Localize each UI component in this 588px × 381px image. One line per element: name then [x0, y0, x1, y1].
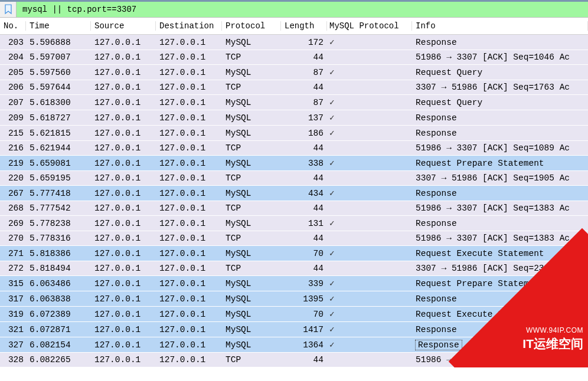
cell-destination: 127.0.0.1 — [156, 261, 222, 276]
cell-info: Request Prepare Statement — [412, 276, 588, 291]
packet-row[interactable]: 2685.777542127.0.0.1127.0.0.1TCP4451986 … — [0, 201, 588, 216]
cell-time: 5.621815 — [26, 126, 91, 141]
cell-no: 319 — [0, 307, 26, 322]
cell-protocol: MySQL — [222, 126, 281, 141]
cell-info: Request Execute Statement — [412, 307, 588, 322]
packet-row[interactable]: 2075.618300127.0.0.1127.0.0.1MySQL87✓Req… — [0, 95, 588, 110]
cell-protocol: MySQL — [222, 307, 281, 322]
bookmark-icon — [4, 4, 12, 15]
cell-info: 3307 → 51986 [ACK] Seq=1763 Ac — [412, 80, 588, 95]
cell-length: 44 — [281, 50, 327, 65]
col-header-mysql[interactable]: MySQL Protocol — [327, 18, 412, 35]
cell-length: 338 — [281, 156, 327, 171]
cell-mysql-protocol: ✓ — [327, 126, 412, 141]
cell-mysql-protocol: ✓ — [327, 307, 412, 322]
cell-destination: 127.0.0.1 — [156, 80, 222, 95]
cell-source: 127.0.0.1 — [91, 291, 156, 307]
cell-info: 3307 → 51986 [ACK] Seq=2382 Ac — [412, 261, 588, 276]
check-icon: ✓ — [329, 249, 335, 258]
packet-row[interactable]: 2675.777418127.0.0.1127.0.0.1MySQL434✓Re… — [0, 186, 588, 201]
cell-protocol: TCP — [222, 201, 281, 216]
cell-info: Response — [412, 322, 588, 337]
cell-source: 127.0.0.1 — [91, 50, 156, 65]
cell-time: 5.659195 — [26, 171, 91, 186]
cell-destination: 127.0.0.1 — [156, 322, 222, 337]
cell-no: 328 — [0, 353, 26, 367]
packet-row[interactable]: 3276.082154127.0.0.1127.0.0.1MySQL1364✓R… — [0, 337, 588, 353]
packet-row[interactable]: 2165.621944127.0.0.1127.0.0.1TCP4451986 … — [0, 141, 588, 156]
cell-time: 5.618727 — [26, 110, 91, 126]
col-header-source[interactable]: Source — [91, 18, 156, 35]
cell-info: 3307 → 51986 [ACK] Seq=1905 Ac — [412, 171, 588, 186]
cell-mysql-protocol — [327, 353, 412, 367]
packet-row[interactable]: 2205.659195127.0.0.1127.0.0.1TCP443307 →… — [0, 171, 588, 186]
cell-length: 87 — [281, 65, 327, 80]
packet-row[interactable]: 2035.596888127.0.0.1127.0.0.1MySQL172✓Re… — [0, 35, 588, 50]
cell-info: Response — [412, 186, 588, 201]
cell-info: Request Query — [412, 65, 588, 80]
col-header-info[interactable]: Info — [412, 18, 588, 35]
cell-no: 269 — [0, 216, 26, 231]
cell-protocol: MySQL — [222, 322, 281, 337]
packet-row[interactable]: 2055.597560127.0.0.1127.0.0.1MySQL87✓Req… — [0, 65, 588, 80]
cell-protocol: MySQL — [222, 276, 281, 291]
col-header-time[interactable]: Time — [26, 18, 91, 35]
cell-protocol: MySQL — [222, 65, 281, 80]
cell-length: 172 — [281, 35, 327, 50]
cell-protocol: TCP — [222, 231, 281, 246]
packet-row[interactable]: 2045.597007127.0.0.1127.0.0.1TCP4451986 … — [0, 50, 588, 65]
cell-mysql-protocol: ✓ — [327, 110, 412, 126]
cell-length: 1364 — [281, 337, 327, 353]
cell-destination: 127.0.0.1 — [156, 216, 222, 231]
col-header-length[interactable]: Length — [281, 18, 327, 35]
col-header-destination[interactable]: Destination — [156, 18, 222, 35]
packet-list-panel: No. Time Source Destination Protocol Len… — [0, 18, 588, 367]
cell-destination: 127.0.0.1 — [156, 291, 222, 307]
cell-length: 70 — [281, 246, 327, 261]
cell-no: 317 — [0, 291, 26, 307]
cell-no: 216 — [0, 141, 26, 156]
packet-row[interactable]: 2195.659081127.0.0.1127.0.0.1MySQL338✓Re… — [0, 156, 588, 171]
cell-source: 127.0.0.1 — [91, 261, 156, 276]
cell-mysql-protocol: ✓ — [327, 95, 412, 110]
cell-source: 127.0.0.1 — [91, 35, 156, 50]
packet-row[interactable]: 3286.082265127.0.0.1127.0.0.1TCP4451986 … — [0, 353, 588, 367]
check-icon: ✓ — [329, 189, 335, 198]
check-icon: ✓ — [329, 98, 335, 107]
packet-row[interactable]: 2095.618727127.0.0.1127.0.0.1MySQL137✓Re… — [0, 110, 588, 126]
packet-row[interactable]: 2725.818494127.0.0.1127.0.0.1TCP443307 →… — [0, 261, 588, 276]
cell-source: 127.0.0.1 — [91, 337, 156, 353]
cell-time: 5.659081 — [26, 156, 91, 171]
cell-length: 137 — [281, 110, 327, 126]
packet-row[interactable]: 2065.597644127.0.0.1127.0.0.1TCP443307 →… — [0, 80, 588, 95]
check-icon: ✓ — [329, 129, 335, 138]
cell-no: 271 — [0, 246, 26, 261]
cell-time: 5.597007 — [26, 50, 91, 65]
col-header-protocol[interactable]: Protocol — [222, 18, 281, 35]
cell-length: 339 — [281, 276, 327, 291]
cell-time: 5.818386 — [26, 246, 91, 261]
cell-protocol: MySQL — [222, 337, 281, 353]
display-filter-input[interactable] — [17, 2, 588, 17]
cell-source: 127.0.0.1 — [91, 186, 156, 201]
cell-protocol: TCP — [222, 261, 281, 276]
packet-row[interactable]: 3156.063486127.0.0.1127.0.0.1MySQL339✓Re… — [0, 276, 588, 291]
cell-source: 127.0.0.1 — [91, 216, 156, 231]
cell-time: 6.082154 — [26, 337, 91, 353]
cell-length: 44 — [281, 231, 327, 246]
cell-mysql-protocol — [327, 261, 412, 276]
packet-row[interactable]: 2155.621815127.0.0.1127.0.0.1MySQL186✓Re… — [0, 126, 588, 141]
cell-length: 44 — [281, 171, 327, 186]
packet-row[interactable]: 3176.063838127.0.0.1127.0.0.1MySQL1395✓R… — [0, 291, 588, 307]
packet-row[interactable]: 3216.072871127.0.0.1127.0.0.1MySQL1417✓R… — [0, 322, 588, 337]
packet-row[interactable]: 3196.072389127.0.0.1127.0.0.1MySQL70✓Req… — [0, 307, 588, 322]
cell-mysql-protocol — [327, 171, 412, 186]
cell-info: 51986 → 3307 [ACK] Seq=1383 Ac — [412, 201, 588, 216]
packet-row[interactable]: 2715.818386127.0.0.1127.0.0.1MySQL70✓Req… — [0, 246, 588, 261]
cell-source: 127.0.0.1 — [91, 110, 156, 126]
packet-row[interactable]: 2705.778316127.0.0.1127.0.0.1TCP4451986 … — [0, 231, 588, 246]
col-header-no[interactable]: No. — [0, 18, 26, 35]
bookmark-icon-button[interactable] — [0, 2, 17, 17]
focused-cell: Response — [416, 340, 462, 350]
packet-row[interactable]: 2695.778238127.0.0.1127.0.0.1MySQL131✓Re… — [0, 216, 588, 231]
